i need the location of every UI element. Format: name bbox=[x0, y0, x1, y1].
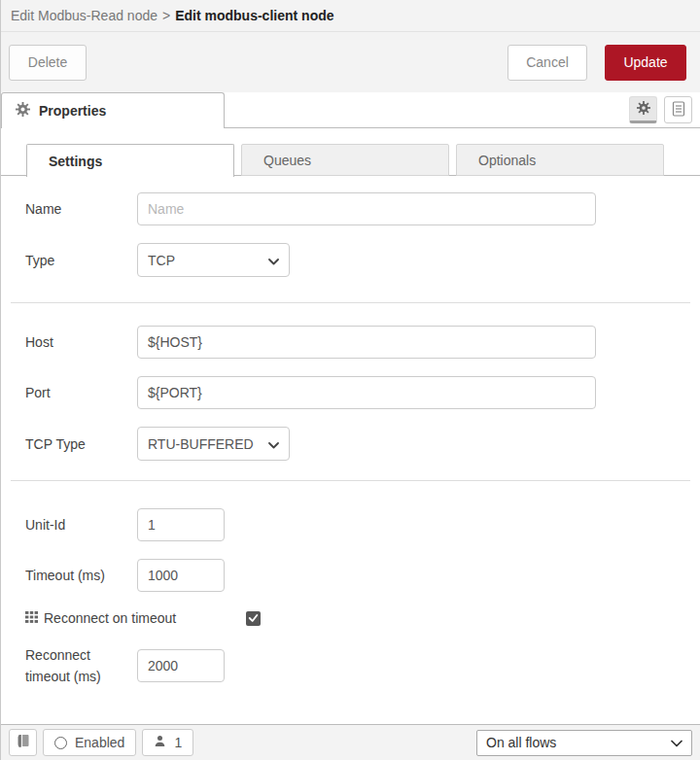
tab-queues[interactable]: Queues bbox=[241, 144, 449, 176]
node-users-button[interactable]: 1 bbox=[142, 729, 193, 756]
check-icon bbox=[248, 609, 259, 627]
breadcrumb-parent-link[interactable]: Edit Modbus-Read node bbox=[11, 8, 158, 23]
host-row: Host bbox=[25, 326, 700, 359]
host-input[interactable] bbox=[137, 326, 596, 359]
tcp-type-select[interactable]: RTU-BUFFERED bbox=[137, 427, 290, 461]
tab-properties[interactable]: Properties bbox=[1, 92, 225, 128]
type-select-value: TCP bbox=[148, 253, 264, 268]
page-title: Edit modbus-client node bbox=[175, 8, 333, 23]
timeout-label: Timeout (ms) bbox=[25, 568, 137, 583]
tab-settings[interactable]: Settings bbox=[26, 144, 234, 177]
reconnect-on-timeout-labelgroup: Reconnect on timeout bbox=[25, 609, 246, 627]
tcp-type-label: TCP Type bbox=[25, 436, 137, 452]
user-icon bbox=[154, 735, 166, 750]
name-row: Name bbox=[25, 192, 700, 225]
tab-settings-label: Settings bbox=[49, 154, 102, 169]
reconnect-on-timeout-checkbox[interactable] bbox=[246, 611, 261, 626]
circle-icon bbox=[54, 737, 67, 749]
breadcrumb-separator: > bbox=[162, 8, 170, 23]
tab-optionals[interactable]: Optionals bbox=[456, 144, 664, 176]
deploy-scope-value: On all flows bbox=[486, 735, 671, 750]
host-label: Host bbox=[25, 334, 137, 350]
reconnect-on-timeout-row: Reconnect on timeout bbox=[25, 609, 700, 627]
update-button[interactable]: Update bbox=[605, 45, 686, 81]
port-input[interactable] bbox=[137, 376, 596, 409]
tcp-type-select-value: RTU-BUFFERED bbox=[148, 436, 264, 452]
port-row: Port bbox=[25, 376, 700, 409]
breadcrumb: Edit Modbus-Read node > Edit modbus-clie… bbox=[1, 0, 700, 32]
divider bbox=[11, 302, 690, 303]
properties-tab-bar: Properties bbox=[1, 92, 700, 128]
edit-node-dialog: Edit Modbus-Read node > Edit modbus-clie… bbox=[0, 0, 700, 760]
enable-toggle-button[interactable]: Enabled bbox=[43, 729, 136, 756]
timeout-row: Timeout (ms) bbox=[25, 559, 700, 592]
chevron-down-icon bbox=[264, 253, 279, 268]
dialog-toolbar: Delete Cancel Update bbox=[1, 32, 700, 92]
chevron-down-icon bbox=[671, 735, 682, 750]
enabled-label: Enabled bbox=[75, 735, 124, 750]
unit-id-input[interactable] bbox=[137, 508, 225, 541]
name-label: Name bbox=[25, 201, 137, 217]
divider bbox=[11, 480, 690, 481]
tab-queues-label: Queues bbox=[263, 153, 311, 168]
type-label: Type bbox=[25, 253, 137, 268]
dialog-footer: Enabled 1 On all flows bbox=[1, 724, 700, 760]
deploy-scope-select[interactable]: On all flows bbox=[476, 730, 692, 756]
type-select[interactable]: TCP bbox=[137, 243, 290, 277]
timeout-input[interactable] bbox=[137, 559, 225, 592]
tab-optionals-label: Optionals bbox=[478, 153, 536, 168]
properties-tab-label: Properties bbox=[39, 103, 106, 119]
form-tabs: Settings Queues Optionals bbox=[1, 144, 700, 176]
grid-icon bbox=[25, 609, 38, 627]
node-settings-button[interactable] bbox=[629, 96, 657, 123]
unit-id-row: Unit-Id bbox=[25, 508, 700, 541]
node-help-button[interactable] bbox=[664, 96, 692, 123]
tcp-type-row: TCP Type RTU-BUFFERED bbox=[25, 427, 700, 461]
type-row: Type TCP bbox=[25, 243, 700, 277]
unit-id-label: Unit-Id bbox=[25, 517, 137, 533]
document-icon bbox=[672, 101, 685, 120]
book-icon bbox=[17, 734, 30, 751]
chevron-down-icon bbox=[264, 436, 279, 452]
node-docs-button[interactable] bbox=[9, 729, 37, 756]
gear-icon bbox=[16, 102, 30, 120]
settings-form: Name Type TCP Host Port TCP Type RTU-BU bbox=[1, 176, 700, 688]
reconnect-timeout-input[interactable] bbox=[137, 649, 225, 682]
port-label: Port bbox=[25, 385, 137, 400]
cancel-button[interactable]: Cancel bbox=[508, 45, 587, 81]
name-input[interactable] bbox=[137, 192, 596, 225]
reconnect-timeout-label: Reconnect timeout (ms) bbox=[25, 644, 137, 688]
properties-actions bbox=[629, 96, 692, 123]
delete-button[interactable]: Delete bbox=[9, 45, 87, 81]
gear-icon bbox=[637, 101, 650, 118]
reconnect-timeout-row: Reconnect timeout (ms) bbox=[25, 644, 700, 688]
node-user-count: 1 bbox=[174, 735, 182, 750]
reconnect-on-timeout-label: Reconnect on timeout bbox=[44, 610, 176, 626]
